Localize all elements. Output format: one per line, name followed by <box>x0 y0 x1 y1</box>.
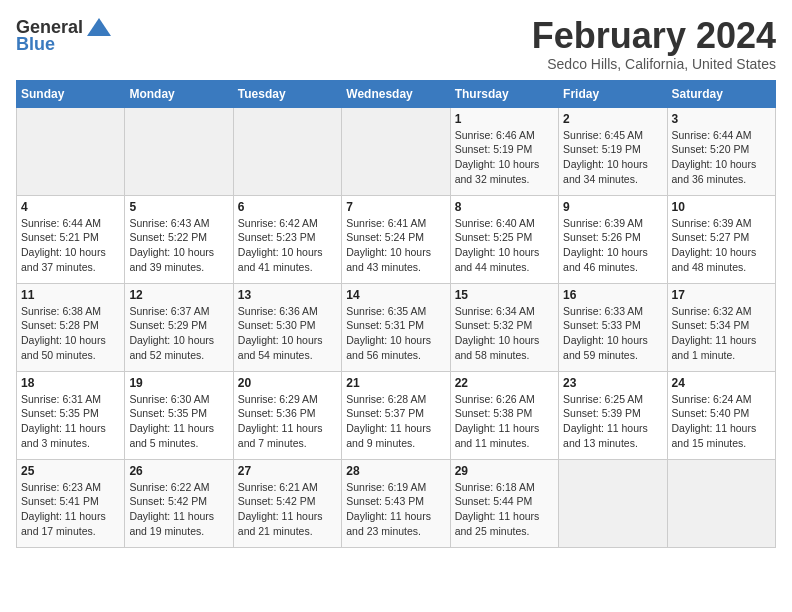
sunrise-text: Sunrise: 6:41 AM <box>346 217 426 229</box>
sunrise-text: Sunrise: 6:24 AM <box>672 393 752 405</box>
daylight-text: Daylight: 10 hours and 43 minutes. <box>346 246 431 273</box>
sunrise-text: Sunrise: 6:44 AM <box>21 217 101 229</box>
sunset-text: Sunset: 5:20 PM <box>672 143 750 155</box>
day-info: Sunrise: 6:35 AM Sunset: 5:31 PM Dayligh… <box>346 304 445 363</box>
day-number: 12 <box>129 288 228 302</box>
sunrise-text: Sunrise: 6:43 AM <box>129 217 209 229</box>
calendar-cell: 6 Sunrise: 6:42 AM Sunset: 5:23 PM Dayli… <box>233 195 341 283</box>
sunset-text: Sunset: 5:31 PM <box>346 319 424 331</box>
day-number: 11 <box>21 288 120 302</box>
sunset-text: Sunset: 5:40 PM <box>672 407 750 419</box>
calendar-cell <box>17 107 125 195</box>
day-number: 25 <box>21 464 120 478</box>
sunset-text: Sunset: 5:19 PM <box>563 143 641 155</box>
calendar-cell: 3 Sunrise: 6:44 AM Sunset: 5:20 PM Dayli… <box>667 107 775 195</box>
day-info: Sunrise: 6:42 AM Sunset: 5:23 PM Dayligh… <box>238 216 337 275</box>
day-number: 1 <box>455 112 554 126</box>
day-number: 16 <box>563 288 662 302</box>
logo-blue-text: Blue <box>16 34 55 55</box>
day-number: 6 <box>238 200 337 214</box>
day-number: 5 <box>129 200 228 214</box>
sunset-text: Sunset: 5:27 PM <box>672 231 750 243</box>
sunrise-text: Sunrise: 6:22 AM <box>129 481 209 493</box>
calendar-week-row: 25 Sunrise: 6:23 AM Sunset: 5:41 PM Dayl… <box>17 459 776 547</box>
day-info: Sunrise: 6:30 AM Sunset: 5:35 PM Dayligh… <box>129 392 228 451</box>
weekday-header-tuesday: Tuesday <box>233 80 341 107</box>
sunrise-text: Sunrise: 6:39 AM <box>563 217 643 229</box>
header: General Blue February 2024 Sedco Hills, … <box>16 16 776 72</box>
day-info: Sunrise: 6:26 AM Sunset: 5:38 PM Dayligh… <box>455 392 554 451</box>
calendar-cell: 17 Sunrise: 6:32 AM Sunset: 5:34 PM Dayl… <box>667 283 775 371</box>
calendar-week-row: 11 Sunrise: 6:38 AM Sunset: 5:28 PM Dayl… <box>17 283 776 371</box>
calendar-cell: 14 Sunrise: 6:35 AM Sunset: 5:31 PM Dayl… <box>342 283 450 371</box>
weekday-header-friday: Friday <box>559 80 667 107</box>
sunrise-text: Sunrise: 6:31 AM <box>21 393 101 405</box>
sunset-text: Sunset: 5:36 PM <box>238 407 316 419</box>
daylight-text: Daylight: 11 hours and 1 minute. <box>672 334 757 361</box>
weekday-header-saturday: Saturday <box>667 80 775 107</box>
calendar-cell: 13 Sunrise: 6:36 AM Sunset: 5:30 PM Dayl… <box>233 283 341 371</box>
sunset-text: Sunset: 5:30 PM <box>238 319 316 331</box>
sunset-text: Sunset: 5:37 PM <box>346 407 424 419</box>
day-number: 24 <box>672 376 771 390</box>
sunrise-text: Sunrise: 6:18 AM <box>455 481 535 493</box>
daylight-text: Daylight: 11 hours and 25 minutes. <box>455 510 540 537</box>
weekday-header-row: SundayMondayTuesdayWednesdayThursdayFrid… <box>17 80 776 107</box>
day-number: 15 <box>455 288 554 302</box>
calendar-cell <box>233 107 341 195</box>
daylight-text: Daylight: 10 hours and 41 minutes. <box>238 246 323 273</box>
weekday-header-wednesday: Wednesday <box>342 80 450 107</box>
day-info: Sunrise: 6:24 AM Sunset: 5:40 PM Dayligh… <box>672 392 771 451</box>
sunrise-text: Sunrise: 6:33 AM <box>563 305 643 317</box>
daylight-text: Daylight: 10 hours and 34 minutes. <box>563 158 648 185</box>
day-info: Sunrise: 6:18 AM Sunset: 5:44 PM Dayligh… <box>455 480 554 539</box>
sunset-text: Sunset: 5:32 PM <box>455 319 533 331</box>
day-info: Sunrise: 6:22 AM Sunset: 5:42 PM Dayligh… <box>129 480 228 539</box>
sunset-text: Sunset: 5:29 PM <box>129 319 207 331</box>
sunset-text: Sunset: 5:43 PM <box>346 495 424 507</box>
day-info: Sunrise: 6:36 AM Sunset: 5:30 PM Dayligh… <box>238 304 337 363</box>
day-info: Sunrise: 6:28 AM Sunset: 5:37 PM Dayligh… <box>346 392 445 451</box>
sunset-text: Sunset: 5:28 PM <box>21 319 99 331</box>
sunset-text: Sunset: 5:44 PM <box>455 495 533 507</box>
sunset-text: Sunset: 5:22 PM <box>129 231 207 243</box>
sunrise-text: Sunrise: 6:42 AM <box>238 217 318 229</box>
sunrise-text: Sunrise: 6:30 AM <box>129 393 209 405</box>
sunrise-text: Sunrise: 6:21 AM <box>238 481 318 493</box>
day-number: 4 <box>21 200 120 214</box>
day-info: Sunrise: 6:39 AM Sunset: 5:26 PM Dayligh… <box>563 216 662 275</box>
sunrise-text: Sunrise: 6:44 AM <box>672 129 752 141</box>
calendar-cell: 19 Sunrise: 6:30 AM Sunset: 5:35 PM Dayl… <box>125 371 233 459</box>
sunrise-text: Sunrise: 6:32 AM <box>672 305 752 317</box>
calendar-cell: 22 Sunrise: 6:26 AM Sunset: 5:38 PM Dayl… <box>450 371 558 459</box>
sunrise-text: Sunrise: 6:29 AM <box>238 393 318 405</box>
weekday-header-thursday: Thursday <box>450 80 558 107</box>
daylight-text: Daylight: 11 hours and 11 minutes. <box>455 422 540 449</box>
location-title: Sedco Hills, California, United States <box>532 56 776 72</box>
sunrise-text: Sunrise: 6:26 AM <box>455 393 535 405</box>
sunset-text: Sunset: 5:19 PM <box>455 143 533 155</box>
sunrise-text: Sunrise: 6:36 AM <box>238 305 318 317</box>
sunrise-text: Sunrise: 6:37 AM <box>129 305 209 317</box>
calendar-cell: 4 Sunrise: 6:44 AM Sunset: 5:21 PM Dayli… <box>17 195 125 283</box>
calendar-cell: 5 Sunrise: 6:43 AM Sunset: 5:22 PM Dayli… <box>125 195 233 283</box>
calendar-cell <box>125 107 233 195</box>
calendar-week-row: 18 Sunrise: 6:31 AM Sunset: 5:35 PM Dayl… <box>17 371 776 459</box>
sunrise-text: Sunrise: 6:25 AM <box>563 393 643 405</box>
day-number: 22 <box>455 376 554 390</box>
daylight-text: Daylight: 10 hours and 39 minutes. <box>129 246 214 273</box>
day-number: 3 <box>672 112 771 126</box>
daylight-text: Daylight: 11 hours and 23 minutes. <box>346 510 431 537</box>
sunset-text: Sunset: 5:35 PM <box>21 407 99 419</box>
calendar-cell <box>667 459 775 547</box>
day-number: 20 <box>238 376 337 390</box>
sunrise-text: Sunrise: 6:35 AM <box>346 305 426 317</box>
day-info: Sunrise: 6:46 AM Sunset: 5:19 PM Dayligh… <box>455 128 554 187</box>
daylight-text: Daylight: 10 hours and 46 minutes. <box>563 246 648 273</box>
day-number: 19 <box>129 376 228 390</box>
calendar-cell: 16 Sunrise: 6:33 AM Sunset: 5:33 PM Dayl… <box>559 283 667 371</box>
sunrise-text: Sunrise: 6:34 AM <box>455 305 535 317</box>
calendar-cell <box>342 107 450 195</box>
daylight-text: Daylight: 10 hours and 54 minutes. <box>238 334 323 361</box>
daylight-text: Daylight: 10 hours and 58 minutes. <box>455 334 540 361</box>
